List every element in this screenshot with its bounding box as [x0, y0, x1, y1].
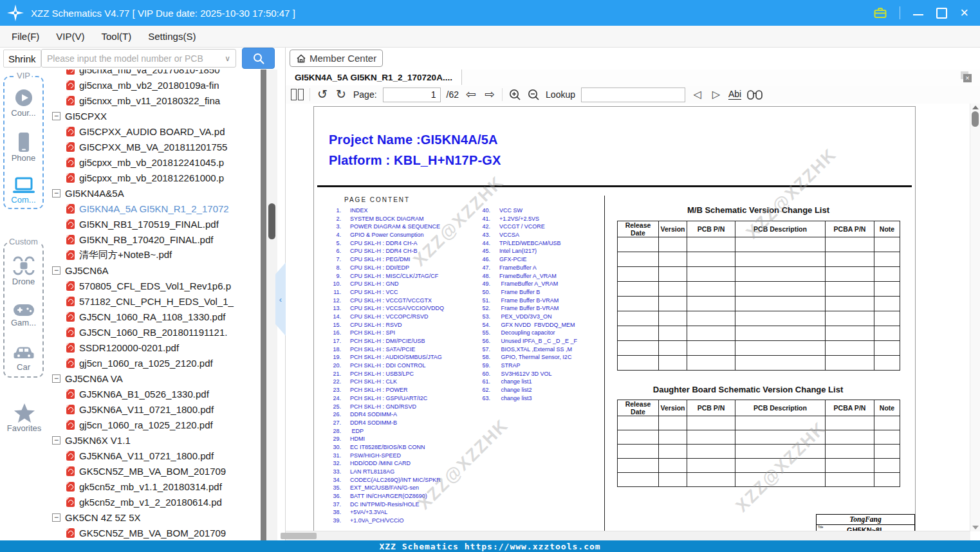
scroll-down-arrow[interactable]	[972, 526, 979, 529]
toc-item: 44.TP/LED/WEBCAM/USB	[476, 239, 577, 248]
next-page-button[interactable]: ⇨	[483, 87, 496, 102]
tree-file[interactable]: GI5CPXX_AUDIO BOARD_VA.pd	[48, 124, 261, 139]
tree-file[interactable]: GJ5CN_1060_RB_201801191121.	[48, 324, 261, 340]
vertical-scrollbar[interactable]	[970, 104, 980, 531]
tree-file[interactable]: 570805_CFL_EDS_Vol1_Rev1p6.p	[48, 278, 261, 293]
tree-file[interactable]: 571182_CNL_PCH_H_EDS_Vol_1_	[48, 293, 261, 309]
previous-page-button[interactable]: ⇦	[465, 87, 477, 102]
db-table-title: Daughter Board Schematic Version Change …	[607, 385, 889, 394]
minimize-button[interactable]	[913, 14, 923, 15]
vertical-scroll-thumb[interactable]	[972, 111, 979, 127]
find-next-button[interactable]: ▷	[710, 87, 723, 102]
tree-file[interactable]: SSDR120000-0201.pdf	[48, 340, 261, 355]
tree-folder[interactable]: −GJ5CN6A	[48, 262, 261, 278]
zoom-in-button[interactable]	[508, 87, 521, 102]
zoom-out-button[interactable]	[527, 87, 540, 102]
lookup-input[interactable]	[581, 87, 685, 102]
tree-file[interactable]: gk5cn5z_mb_v1.1_20180314.pdf	[48, 479, 261, 494]
tree-item-label: gj5cn_1060_ra_1025_2120.pdf	[79, 358, 213, 369]
table-cell	[826, 282, 874, 297]
tree-file[interactable]: gi5cpxx_mb_vb_201812261000.p	[48, 170, 261, 185]
sidebar-item-drone[interactable]: Drone	[5, 255, 42, 286]
toolbar: Shrink ∨ Member Center	[0, 48, 980, 69]
page-number-input[interactable]	[383, 87, 441, 102]
mb-version-table: Release DateVersionPCB P/NPCB Descriptio…	[617, 221, 900, 371]
toc-item-number: 27.	[327, 419, 341, 427]
close-all-tabs-icon[interactable]: ×	[961, 71, 972, 83]
sidebar-item-favorites[interactable]: Favorites	[0, 403, 48, 433]
find-previous-button[interactable]: ◁	[691, 87, 704, 102]
toc-item-number: 35.	[327, 484, 341, 492]
document-tab[interactable]: GI5KN4A_5A GI5KN_R1_2_170720A....	[286, 69, 462, 85]
tree-file[interactable]: GI5KN_RB_170420_FINAL.pdf	[48, 232, 261, 247]
sidebar-item-label: Gam...	[11, 318, 36, 327]
tree-file[interactable]: GI5CPXX_MB_VA_201811201755	[48, 139, 261, 154]
shrink-button[interactable]: Shrink	[3, 50, 41, 68]
tree-folder[interactable]: −GJ5KN6X V1.1	[48, 432, 261, 448]
search-input[interactable]	[42, 50, 225, 67]
collapse-node-icon[interactable]: −	[52, 374, 60, 383]
tree-folder[interactable]: −GK5CN 4Z 5Z 5X	[48, 510, 261, 525]
horizontal-scrollbar[interactable]	[286, 531, 970, 540]
tree-folder[interactable]: −GI5KN4A&5A	[48, 185, 261, 201]
menu-tool[interactable]: Tool(T)	[102, 31, 132, 42]
chevron-down-icon[interactable]: ∨	[225, 54, 236, 63]
rotate-left-button[interactable]: ↺	[316, 87, 329, 102]
match-case-button[interactable]: Abi	[728, 89, 741, 100]
table-cell	[659, 282, 687, 297]
sidebar-item-course[interactable]: Cour...	[5, 88, 42, 118]
tree-file[interactable]: gi5cpxx_mb_vb_201812241045.p	[48, 154, 261, 170]
menu-vip[interactable]: VIP(V)	[56, 31, 84, 42]
tree-file[interactable]: GJ5KN6A_B1_0526_1330.pdf	[48, 386, 261, 401]
tree-file[interactable]: GI5KN_RB1_170519_FINAL.pdf	[48, 216, 261, 232]
tree-file[interactable]: GJ5KN6A_V11_0721_1800.pdf	[48, 448, 261, 463]
tree-file[interactable]: GJ5KN6A_V11_0721_1800.pdf	[48, 401, 261, 417]
search-button[interactable]	[242, 48, 275, 69]
tree-file[interactable]: GJ5CN_1060_RA_1108_1330.pdf	[48, 309, 261, 324]
toc-item: 25.PCH SKL-H : GND/RSVD	[327, 403, 444, 411]
sidebar-item-game[interactable]: Gam...	[5, 303, 42, 327]
toc-item-number: 51.	[476, 297, 490, 305]
tree-file[interactable]: gi5cnxx_mb_v11_20180322_fina	[48, 93, 261, 108]
tree-file[interactable]: gj5cn_1060_ra_1025_2120.pdf	[48, 355, 261, 371]
tree-folder[interactable]: −GI5CPXX	[48, 108, 261, 124]
tree-file[interactable]: GK5CN5Z_MB_VA_BOM_201709	[48, 525, 261, 540]
toc-item-number: 10.	[327, 280, 341, 288]
close-button[interactable]: ×	[960, 6, 968, 19]
maximize-button[interactable]	[936, 8, 947, 19]
briefcase-icon[interactable]	[874, 7, 887, 19]
collapse-node-icon[interactable]: −	[52, 189, 60, 198]
toc-column-right: 40.VCC SW41.+1.2VS/+2.5VS42.VCCGT / VCOR…	[476, 207, 577, 403]
tree-file[interactable]: gi5cnxa_mb_vb2_20180109a-fin	[48, 77, 261, 93]
collapse-panel-handle[interactable]: ‹	[275, 262, 286, 336]
tree-folder[interactable]: −GJ5CN6A VA	[48, 371, 261, 386]
member-center-button[interactable]: Member Center	[290, 50, 383, 67]
menu-file[interactable]: File(F)	[12, 31, 39, 42]
tree-scrollbar[interactable]	[261, 69, 266, 540]
table-row	[618, 430, 900, 445]
toc-item-text: CPU SKL-H : DDI/EDP	[350, 264, 409, 272]
binoculars-search-button[interactable]	[747, 87, 763, 102]
rotate-right-button[interactable]: ↻	[335, 87, 347, 102]
toc-item: 42.VCCGT / VCORE	[476, 223, 577, 231]
toc-item-text: PCH SKL-H : USB3/LPC	[350, 370, 414, 378]
sidebar-item-car[interactable]: Car	[5, 345, 42, 372]
tree-file[interactable]: GK5CN5Z_MB_VA_BOM_201709	[48, 463, 261, 479]
scroll-up-arrow[interactable]	[972, 106, 979, 109]
collapse-node-icon[interactable]: −	[52, 513, 60, 522]
tree-file[interactable]: GI5KN4A_5A GI5KN_R1_2_17072	[48, 201, 261, 216]
two-page-view-button[interactable]	[291, 87, 304, 102]
tree-file[interactable]: 清华同方+NoteB~.pdf	[48, 247, 261, 262]
horizontal-scroll-thumb[interactable]	[281, 533, 317, 539]
sidebar-item-computer[interactable]: Com...	[5, 177, 42, 205]
tree-file[interactable]: gk5cn5z_mb_v1_2_20180614.pd	[48, 494, 261, 510]
collapse-node-icon[interactable]: −	[52, 436, 60, 445]
collapse-node-icon[interactable]: −	[52, 266, 60, 275]
panel-scrollbar-thumb[interactable]	[268, 203, 275, 239]
collapse-node-icon[interactable]: −	[52, 112, 60, 120]
sidebar-item-phone[interactable]: Phone	[5, 132, 42, 163]
menu-settings[interactable]: Settings(S)	[148, 31, 196, 42]
table-cell	[659, 297, 687, 311]
tree-file[interactable]: gi5cnxa_mb_va_20170810-1850	[48, 69, 261, 77]
tree-file[interactable]: gj5cn_1060_ra_1025_2120.pdf	[48, 417, 261, 432]
